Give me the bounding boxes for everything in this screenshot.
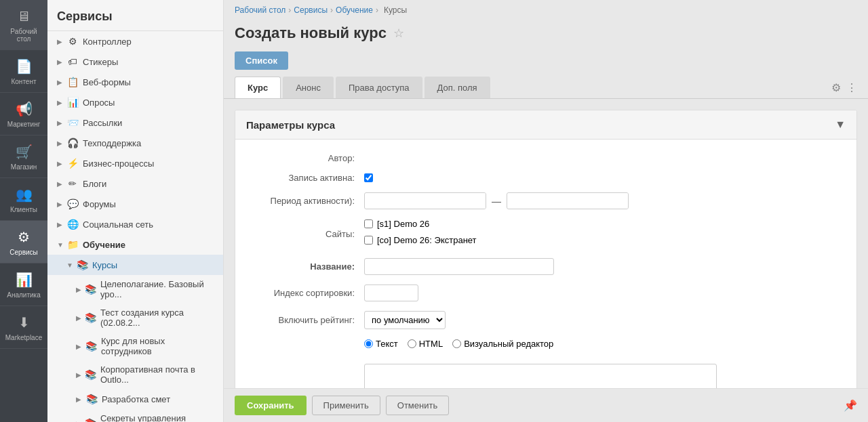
sidebar-item-stickers[interactable]: ▶ 🏷 Стикеры [47,51,223,72]
learning-icon: 📁 [66,238,79,251]
nav-analytics-label: Аналитика [7,291,41,299]
socialnet-icon: 🌐 [66,218,79,230]
sidebar-item-course3[interactable]: ▶ 📚 Курс для новых сотрудников [47,332,223,360]
list-button[interactable]: Список [235,51,288,70]
marketing-icon: 📢 [14,100,33,119]
sidebar: Сервисы ▶ ⚙ Контроллер ▶ 🏷 Стикеры ▶ 📋 В… [47,0,224,422]
panel-body: Автор: Запись активна: Период активности… [235,140,856,388]
period-to-input[interactable]: 📅 [507,192,629,209]
period-from-field[interactable] [365,193,486,209]
arrow-icon: ▶ [57,58,64,65]
description-textarea[interactable] [364,364,717,388]
icon-nav: 🖥 Рабочий стол 📄 Контент 📢 Маркетинг 🛒 М… [0,0,47,422]
active-control [364,173,836,182]
nav-marketplace-label: Marketplace [5,334,42,341]
author-row: Автор: [256,153,836,163]
editor-mode-row: Текст HTML Визуальный редактор [256,339,836,354]
nav-marketing-label: Маркетинг [7,121,41,128]
arrow-icon: ▶ [76,396,83,402]
nav-marketing[interactable]: 📢 Маркетинг [0,93,47,135]
arrow-icon: ▶ [57,38,64,45]
radio-visual[interactable]: Визуальный редактор [452,339,553,349]
sites-group: [s1] Demo 26 [co] Demo 26: Экстранет [364,219,477,249]
site-s1-label: [s1] Demo 26 [377,219,429,229]
sidebar-item-blogs[interactable]: ▶ ✏ Блоги [47,173,223,194]
nav-content[interactable]: 📄 Контент [0,50,47,93]
nav-services[interactable]: ⚙ Сервисы [0,221,47,263]
save-button[interactable]: Сохранить [235,396,307,415]
sidebar-item-learning[interactable]: ▼ 📁 Обучение [47,234,223,255]
course-icon: 📚 [85,340,97,352]
sidebar-item-controller[interactable]: ▶ ⚙ Контроллер [47,31,223,51]
marketplace-icon: ⬇ [14,313,33,332]
nav-desktop[interactable]: 🖥 Рабочий стол [0,0,47,50]
tab-announce[interactable]: Анонс [283,77,334,98]
period-to-field[interactable] [507,193,629,209]
apply-button[interactable]: Применить [312,396,380,415]
sort-control: 500 [364,284,836,301]
sort-input[interactable]: 500 [364,284,418,301]
sidebar-item-course2[interactable]: ▶ 📚 Тест создания курса (02.08.2... [47,303,223,332]
tabs-actions: ⚙ ⋮ [831,81,857,94]
arrow-icon: ▶ [57,140,64,146]
sidebar-item-bizproc[interactable]: ▶ ⚡ Бизнес-процессы [47,153,223,173]
course-icon: 📚 [85,393,98,405]
content-icon: 📄 [14,57,33,76]
sidebar-item-socialnet[interactable]: ▶ 🌐 Социальная сеть [47,214,223,234]
nav-analytics[interactable]: 📊 Аналитика [0,263,47,306]
pin-icon[interactable]: 📌 [844,399,857,412]
sidebar-item-polls[interactable]: ▶ 📊 Опросы [47,92,223,112]
cancel-button[interactable]: Отменить [386,396,449,415]
nav-clients[interactable]: 👥 Клиенты [0,178,47,221]
radio-visual-input[interactable] [452,339,461,348]
editor-mode-control: Текст HTML Визуальный редактор [364,339,836,354]
clients-icon: 👥 [14,185,33,204]
more-icon[interactable]: ⋮ [846,81,857,94]
tab-extra[interactable]: Доп. поля [425,77,490,98]
sidebar-item-support[interactable]: ▶ 🎧 Техподдержка [47,133,223,153]
rating-control: по умолчаниюданет [364,311,836,329]
radio-visual-label: Визуальный редактор [464,339,553,349]
rating-select[interactable]: по умолчаниюданет [364,311,446,329]
page-header: Создать новый курс ☆ [224,20,868,49]
sidebar-item-forums[interactable]: ▶ 💬 Форумы [47,194,223,214]
breadcrumb-desktop[interactable]: Рабочий стол [235,5,285,15]
radio-html[interactable]: HTML [408,339,443,349]
sidebar-item-courses[interactable]: ▼ 📚 Курсы [47,255,223,275]
settings-icon[interactable]: ⚙ [831,81,841,94]
toolbar: Список [224,49,868,77]
sidebar-item-mailings[interactable]: ▶ 📨 Рассылки [47,112,223,133]
period-from-input[interactable]: 📅 [364,192,486,209]
panel-collapse-icon[interactable]: ▼ [835,119,846,131]
radio-text-input[interactable] [364,339,373,348]
favorite-icon[interactable]: ☆ [393,26,404,41]
course-icon: 📚 [85,283,96,295]
site-s1-checkbox[interactable] [364,219,373,228]
analytics-icon: 📊 [14,270,33,289]
course-panel: Параметры курса ▼ Автор: Запись активна: [235,110,857,388]
rating-row: Включить рейтинг: по умолчаниюданет [256,311,836,329]
active-row: Запись активна: [256,173,836,183]
tab-access[interactable]: Права доступа [336,77,422,98]
active-checkbox[interactable] [364,173,373,182]
sidebar-item-course4[interactable]: ▶ 📚 Корпоративная почта в Outlo... [47,360,223,389]
radio-group: Текст HTML Визуальный редактор [364,339,553,349]
breadcrumb-learning[interactable]: Обучение [336,5,373,15]
sidebar-item-webforms[interactable]: ▶ 📋 Веб-формы [47,72,223,92]
site-co-row: [co] Demo 26: Экстранет [364,235,477,245]
arrow-icon: ▶ [57,201,64,207]
sidebar-item-course5[interactable]: ▶ 📚 Разработка смет [47,389,223,409]
radio-html-input[interactable] [408,339,416,348]
radio-text[interactable]: Текст [364,339,398,349]
tab-course[interactable]: Курс [235,77,281,98]
sidebar-item-course1[interactable]: ▶ 📚 Целеполагание. Базовый уро... [47,275,223,303]
polls-icon: 📊 [66,96,79,108]
sidebar-item-course6[interactable]: ▶ 📚 Секреты управления проекта... [47,409,223,422]
site-co-checkbox[interactable] [364,236,373,245]
sort-row: Индекс сортировки: 500 [256,284,836,301]
name-input[interactable] [364,258,554,275]
nav-shop[interactable]: 🛒 Магазин [0,135,47,178]
breadcrumb-services[interactable]: Сервисы [294,5,328,15]
nav-marketplace[interactable]: ⬇ Marketplace [0,306,47,349]
site-co-label: [co] Demo 26: Экстранет [377,235,477,245]
